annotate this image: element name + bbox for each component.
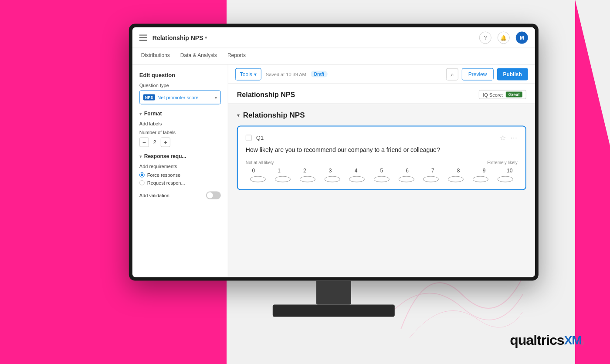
nps-num-3: 3 <box>322 168 338 174</box>
star-icon[interactable]: ☆ <box>500 134 506 142</box>
notifications-button[interactable]: 🔔 <box>498 31 510 44</box>
nps-radio-10[interactable] <box>497 176 513 182</box>
nps-labels-row: Not at all likely Extremely likely <box>246 160 518 165</box>
nps-label-left: Not at all likely <box>246 160 274 165</box>
stepper-plus-button[interactable]: + <box>160 138 170 147</box>
format-section-label: Format <box>144 111 162 117</box>
bg-diagonal <box>575 0 610 364</box>
avatar-label: M <box>520 34 524 40</box>
iq-score-badge: IQ Score: Great <box>479 90 526 99</box>
section-title: Relationship NPS <box>243 111 305 120</box>
toggle-thumb <box>207 192 213 199</box>
nps-num-7: 7 <box>425 168 441 174</box>
response-req-label: Response requ... <box>144 153 186 159</box>
nps-radio-6[interactable] <box>398 176 414 182</box>
tools-button[interactable]: Tools ▾ <box>235 68 261 80</box>
title-dropdown-arrow[interactable]: ▾ <box>205 35 207 40</box>
question-number: Q1 <box>256 135 496 141</box>
question-card-header: Q1 ☆ ··· <box>246 134 518 142</box>
nps-num-9: 9 <box>476 168 492 174</box>
saved-timestamp: Saved at 10:39 AM <box>266 71 306 77</box>
preview-button[interactable]: Preview <box>462 68 494 80</box>
app-body: Edit question Question type NPS Net prom… <box>132 65 535 277</box>
tools-arrow: ▾ <box>254 71 257 77</box>
nps-radios-row <box>246 176 518 182</box>
survey-title-bar: Relationship NPS IQ Score: Great <box>228 84 535 104</box>
response-req-header[interactable]: ▾ Response requ... <box>139 153 221 159</box>
tools-label: Tools <box>240 71 252 77</box>
labels-stepper: − 2 + <box>139 138 221 147</box>
format-section-header[interactable]: ▾ Format <box>139 111 221 117</box>
great-badge: Great <box>506 92 522 98</box>
tab-reports[interactable]: Reports <box>227 52 246 61</box>
iq-score-label: IQ Score: <box>483 92 503 97</box>
nps-num-6: 6 <box>400 168 415 174</box>
nps-label-right: Extremely likely <box>487 160 517 165</box>
tab-distributions[interactable]: Distributions <box>141 52 170 61</box>
question-area: ▾ Relationship NPS Q1 ☆ ··· How likely a… <box>228 104 535 277</box>
publish-button[interactable]: Publish <box>497 68 528 80</box>
question-type-label: Question type <box>139 83 221 88</box>
force-response-option[interactable]: Force response <box>139 172 221 178</box>
question-type-arrow: ▾ <box>215 95 217 100</box>
xm-badge: XM <box>564 334 582 347</box>
header-right: ? 🔔 M <box>479 31 528 44</box>
validation-row: Add validation <box>139 192 221 199</box>
nps-radio-2[interactable] <box>300 176 315 182</box>
nps-radio-0[interactable] <box>250 176 266 182</box>
stepper-value: 2 <box>153 139 156 145</box>
radio-inner-dot <box>141 174 143 176</box>
monitor-screen: Relationship NPS ▾ ? 🔔 M <box>129 24 539 281</box>
app-header: Relationship NPS ▾ ? 🔔 M <box>132 27 535 48</box>
request-response-radio[interactable] <box>139 180 145 185</box>
nps-radio-1[interactable] <box>275 176 291 182</box>
add-requirements-label: Add requirements <box>139 164 221 169</box>
question-type-value: Net promoter score <box>157 95 198 100</box>
format-collapse-arrow: ▾ <box>139 111 142 116</box>
app-title: Relationship NPS ▾ <box>152 34 207 41</box>
nps-radio-4[interactable] <box>349 176 365 182</box>
qualtrics-logo: qualtrics XM ® <box>510 332 584 348</box>
tab-data-analysis[interactable]: Data & Analysis <box>180 52 217 61</box>
force-response-radio[interactable] <box>139 172 145 178</box>
add-validation-label: Add validation <box>139 193 169 198</box>
nps-numbers-row: 0 1 2 3 4 5 6 7 8 9 <box>246 168 518 174</box>
search-button[interactable]: ⌕ <box>446 68 458 80</box>
request-response-option[interactable]: Request respon... <box>139 180 221 185</box>
nps-num-1: 1 <box>271 168 287 174</box>
question-checkbox[interactable] <box>246 135 252 141</box>
user-avatar[interactable]: M <box>516 31 528 44</box>
right-content: Tools ▾ Saved at 10:39 AM Draft ⌕ Previe… <box>228 65 535 277</box>
nps-num-5: 5 <box>374 168 390 174</box>
nps-radio-5[interactable] <box>374 176 390 182</box>
monitor: Relationship NPS ▾ ? 🔔 M <box>129 24 539 317</box>
monitor-inner: Relationship NPS ▾ ? 🔔 M <box>132 27 535 277</box>
toolbar: Tools ▾ Saved at 10:39 AM Draft ⌕ Previe… <box>228 65 535 84</box>
monitor-stand-neck <box>316 281 351 305</box>
more-options-icon[interactable]: ··· <box>510 134 517 142</box>
help-icon: ? <box>484 34 487 40</box>
validation-toggle[interactable] <box>206 192 221 199</box>
search-icon: ⌕ <box>451 71 454 77</box>
force-response-label: Force response <box>147 172 180 178</box>
nps-radio-7[interactable] <box>423 176 439 182</box>
num-labels-label: Number of labels <box>139 130 221 135</box>
hamburger-menu-icon[interactable] <box>139 34 147 40</box>
question-text: How likely are you to recommend our comp… <box>246 146 518 153</box>
help-button[interactable]: ? <box>479 31 491 44</box>
question-type-dropdown[interactable]: NPS Net promoter score ▾ <box>139 91 221 104</box>
draft-badge: Draft <box>311 71 328 78</box>
logo-registered-mark: ® <box>581 341 584 346</box>
section-chevron-icon[interactable]: ▾ <box>237 112 240 118</box>
add-labels-label: Add labels <box>139 121 221 126</box>
survey-title: Relationship NPS <box>237 91 295 98</box>
response-req-arrow: ▾ <box>139 154 142 158</box>
question-card: Q1 ☆ ··· How likely are you to recommend… <box>237 126 526 190</box>
stepper-minus-button[interactable]: − <box>139 138 149 147</box>
qualtrics-wordmark: qualtrics <box>510 332 564 348</box>
nps-num-0: 0 <box>246 168 261 174</box>
nps-radio-3[interactable] <box>324 176 340 182</box>
nps-num-8: 8 <box>451 168 466 174</box>
nps-radio-9[interactable] <box>473 176 488 182</box>
nps-radio-8[interactable] <box>448 176 464 182</box>
